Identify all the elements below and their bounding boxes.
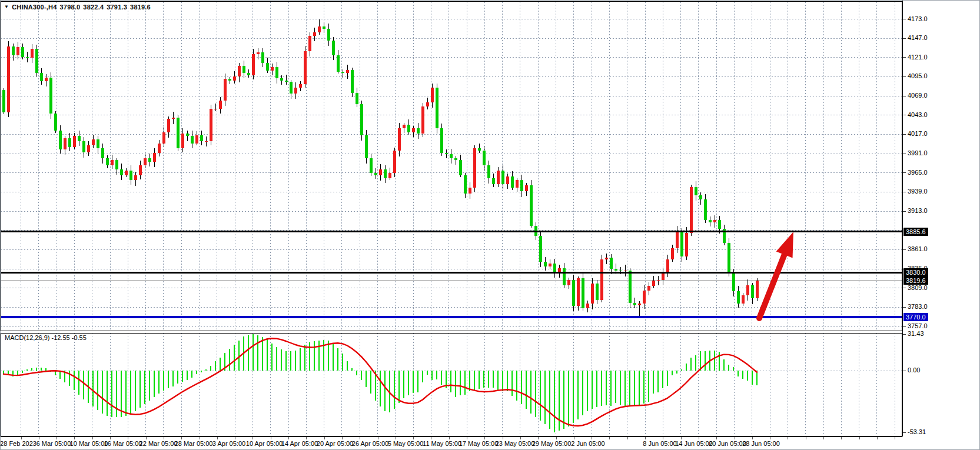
bear-candle — [384, 169, 387, 178]
time-axis-tick — [663, 437, 663, 439]
bear-candle — [407, 125, 410, 132]
bull-candle — [647, 286, 650, 291]
price-axis-tick — [903, 192, 906, 192]
bull-candle — [73, 136, 76, 147]
trend-arrow-shaft[interactable] — [759, 251, 786, 318]
trend-arrow-head[interactable] — [776, 232, 793, 258]
bear-candle — [101, 148, 104, 158]
bull-candle — [567, 280, 570, 285]
bear-candle — [356, 93, 358, 104]
time-axis-tick — [21, 437, 22, 439]
bear-candle — [21, 47, 24, 56]
bear-candle — [332, 41, 335, 55]
price-axis-label: 3809.0 — [908, 284, 928, 291]
time-axis-tick — [752, 437, 753, 439]
time-axis-label: 20 Jun 05:00 — [709, 440, 746, 447]
time-axis-label: 2 Jun 05:00 — [571, 440, 605, 447]
bear-candle — [49, 78, 52, 114]
bear-candle — [704, 199, 707, 220]
bull-candle — [195, 135, 198, 144]
time-axis-label: 26 Apr 05:00 — [352, 440, 388, 447]
bull-candle — [153, 153, 156, 162]
bear-candle — [501, 171, 504, 184]
time-axis-tick — [484, 437, 485, 439]
bull-candle — [666, 259, 669, 273]
chart-area[interactable]: ▼ CHINA300-,H4 3798.0 3822.4 3791.3 3819… — [1, 1, 902, 436]
bear-candle — [35, 49, 38, 73]
price-axis-label: 3965.0 — [908, 169, 928, 176]
time-axis-tick — [306, 437, 307, 439]
price-axis-tick — [903, 38, 906, 39]
price-badge: 3830.0 — [903, 268, 928, 276]
bear-candle — [737, 291, 740, 304]
time-axis-tick — [556, 437, 557, 439]
time-axis-tick — [378, 437, 378, 439]
bull-candle — [398, 128, 401, 151]
time-axis-tick — [788, 437, 788, 439]
time-axis-tick — [217, 437, 218, 439]
time-axis[interactable]: 28 Feb 20236 Mar 05:0010 Mar 05:0016 Mar… — [1, 436, 902, 450]
bull-candle — [294, 88, 297, 94]
time-axis-label: 14 Apr 05:00 — [281, 440, 318, 447]
bull-candle — [713, 220, 716, 222]
macd-axis-label: 31.43 — [908, 330, 924, 337]
bear-candle — [539, 236, 542, 262]
candlestick-macd-svg[interactable] — [1, 1, 902, 436]
time-axis-tick — [413, 437, 414, 439]
bull-candle — [577, 278, 580, 305]
bear-candle — [629, 271, 632, 303]
time-axis-tick — [57, 437, 57, 439]
bull-candle — [388, 173, 391, 178]
bear-candle — [177, 118, 180, 149]
price-axis-label: 4095.0 — [908, 72, 928, 79]
time-axis-tick — [823, 437, 824, 439]
bear-candle — [483, 151, 486, 165]
time-axis-tick — [235, 437, 235, 439]
price-axis-label: 3783.0 — [908, 303, 928, 310]
bull-candle — [318, 26, 321, 32]
bull-candle — [469, 188, 471, 194]
bull-candle — [219, 101, 222, 109]
time-axis-tick — [164, 437, 164, 439]
bear-candle — [614, 269, 617, 271]
time-axis-tick — [520, 437, 521, 439]
bear-candle — [290, 82, 293, 94]
time-axis-label: 23 May 05:00 — [496, 440, 535, 447]
symbol-dropdown-icon: ▼ — [4, 5, 9, 9]
bull-candle — [643, 291, 646, 304]
price-axis-tick — [903, 134, 906, 135]
bull-candle — [586, 304, 589, 308]
bear-candle — [454, 158, 457, 161]
time-axis-tick — [806, 437, 806, 439]
bull-candle — [756, 281, 759, 299]
bull-candle — [172, 118, 175, 119]
bear-candle — [445, 153, 448, 155]
price-axis-label: 4121.0 — [908, 54, 928, 61]
bear-candle — [351, 70, 354, 93]
price-axis-tick — [903, 154, 906, 154]
price-axis-label: 4017.0 — [908, 130, 928, 137]
bull-candle — [393, 151, 396, 173]
bull-candle — [224, 79, 227, 100]
bear-candle — [82, 141, 85, 152]
price-axis-label: 4069.0 — [908, 92, 928, 99]
bull-candle — [257, 52, 260, 54]
time-axis-tick — [681, 437, 682, 439]
bull-candle — [676, 231, 679, 248]
ohlc-low: 3791.3 — [107, 4, 127, 11]
time-axis-label: 10 Mar 05:00 — [70, 440, 108, 447]
time-axis-tick — [271, 437, 271, 439]
bull-candle — [214, 109, 217, 109]
bear-candle — [341, 72, 344, 74]
price-axis-tick — [903, 211, 906, 212]
bear-candle — [323, 26, 325, 29]
ohlc-high: 3822.4 — [83, 4, 104, 11]
bull-candle — [304, 51, 307, 85]
bear-candle — [487, 165, 490, 178]
bull-candle — [134, 175, 137, 181]
bear-candle — [266, 63, 269, 71]
price-axis[interactable]: 4173.04147.04121.04095.04069.04043.04017… — [902, 1, 980, 436]
bull-candle — [162, 132, 165, 144]
time-axis-tick — [92, 437, 93, 439]
symbol-period-label: CHINA300-,H4 — [12, 4, 57, 11]
